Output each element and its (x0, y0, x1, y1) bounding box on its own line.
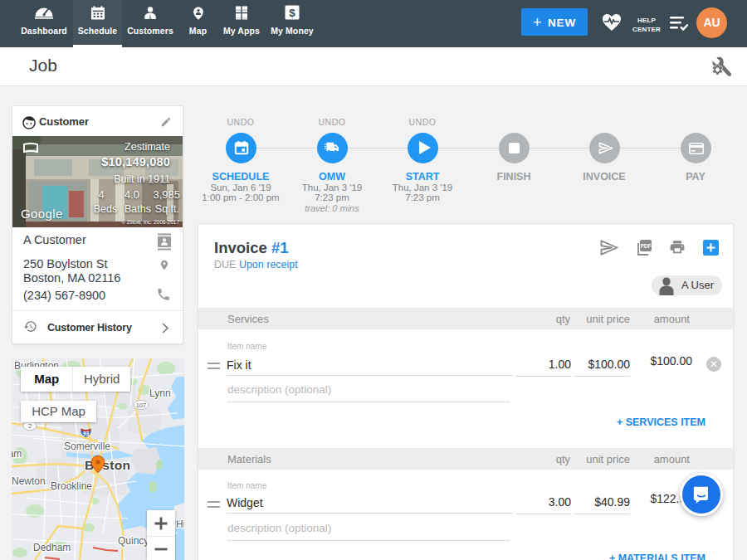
svg-text:93: 93 (83, 431, 90, 436)
svg-text:PDF: PDF (641, 243, 652, 249)
svg-text:Somerville: Somerville (64, 441, 110, 452)
svg-text:Lynn: Lynn (149, 387, 171, 399)
svg-text:Brookline: Brookline (51, 480, 92, 492)
svg-text:Quincy: Quincy (118, 535, 149, 547)
svg-text:Dedham: Dedham (33, 542, 71, 553)
svg-text:107: 107 (136, 402, 147, 409)
svg-text:$: $ (289, 7, 295, 19)
svg-text:Hi: Hi (176, 519, 184, 530)
svg-text:ham: ham (12, 448, 22, 460)
svg-text:2: 2 (28, 422, 32, 430)
svg-text:Newton: Newton (12, 475, 46, 487)
